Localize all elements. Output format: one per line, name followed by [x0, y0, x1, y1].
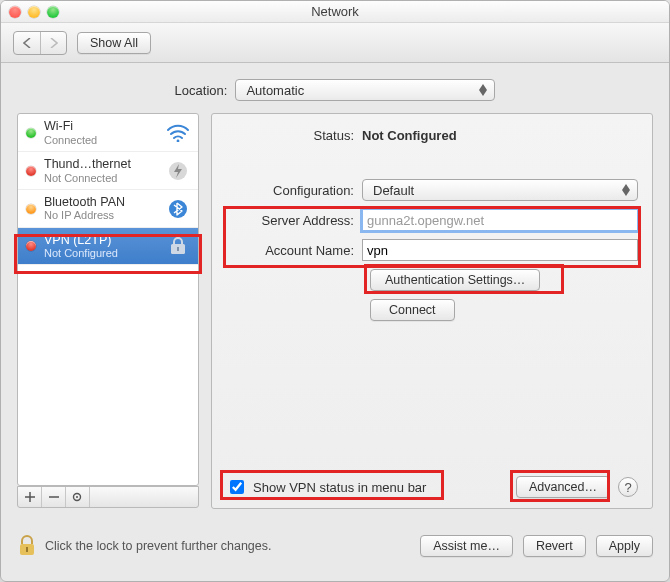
sidebar-item-text: Wi-Fi Connected — [44, 120, 158, 146]
revert-button[interactable]: Revert — [523, 535, 586, 557]
sidebar-item-vpn[interactable]: VPN (L2TP) Not Configured — [18, 228, 198, 266]
lock-icon — [17, 535, 37, 557]
show-vpn-status-checkbox[interactable]: Show VPN status in menu bar — [226, 477, 426, 497]
assist-me-button[interactable]: Assist me… — [420, 535, 513, 557]
connect-button[interactable]: Connect — [370, 299, 455, 321]
sidebar-item-sub: No IP Address — [44, 209, 158, 221]
chevron-right-icon — [49, 38, 58, 48]
sidebar-item-text: Thund…thernet Not Connected — [44, 158, 158, 184]
status-value: Not Configured — [362, 128, 638, 143]
action-buttons: Assist me… Revert Apply — [420, 535, 653, 557]
help-button[interactable]: ? — [618, 477, 638, 497]
lock-text: Click the lock to prevent further change… — [45, 539, 272, 553]
location-label: Location: — [175, 83, 228, 98]
detail-footer: Show VPN status in menu bar Advanced… ? — [226, 476, 638, 498]
account-name-input[interactable] — [362, 239, 638, 261]
thunderbolt-icon — [166, 161, 190, 181]
nav-back-forward — [13, 31, 67, 55]
status-dot-disconnected-icon — [26, 166, 36, 176]
svg-point-0 — [177, 140, 180, 142]
status-dot-noip-icon — [26, 204, 36, 214]
vpn-lock-icon — [166, 236, 190, 256]
gear-icon — [72, 491, 83, 503]
sidebar-item-thunderbolt-ethernet[interactable]: Thund…thernet Not Connected — [18, 152, 198, 190]
svg-point-6 — [76, 496, 78, 498]
account-name-row: Account Name: — [226, 239, 638, 261]
location-popup[interactable]: Automatic — [235, 79, 495, 101]
network-prefpane-window: Network Show All Location: Automatic — [0, 0, 670, 582]
add-service-button[interactable] — [18, 487, 42, 507]
show-vpn-status-label: Show VPN status in menu bar — [253, 480, 426, 495]
close-window-button[interactable] — [9, 6, 21, 18]
remove-service-button[interactable] — [42, 487, 66, 507]
configuration-value: Default — [373, 183, 414, 198]
services-sidebar: Wi-Fi Connected Thund…thernet Not — [17, 113, 199, 486]
titlebar: Network — [1, 1, 669, 23]
svg-point-2 — [169, 200, 187, 218]
show-all-button[interactable]: Show All — [77, 32, 151, 54]
svg-rect-8 — [26, 547, 28, 552]
configuration-label: Configuration: — [226, 183, 362, 198]
service-action-button[interactable] — [66, 487, 90, 507]
sidebar-item-text: VPN (L2TP) Not Configured — [44, 234, 158, 260]
status-row: Status: Not Configured — [226, 128, 638, 143]
traffic-lights — [9, 6, 59, 18]
account-name-label: Account Name: — [226, 243, 362, 258]
minus-icon — [49, 492, 59, 502]
svg-rect-4 — [177, 247, 179, 251]
lock-row[interactable]: Click the lock to prevent further change… — [17, 535, 272, 557]
sidebar-item-name: VPN (L2TP) — [44, 234, 158, 248]
location-row: Location: Automatic — [17, 79, 653, 101]
toolbar: Show All — [1, 23, 669, 63]
zoom-window-button[interactable] — [47, 6, 59, 18]
detail-pane: Status: Not Configured Configuration: De… — [211, 113, 653, 509]
sidebar-item-sub: Not Connected — [44, 172, 158, 184]
bottom-bar: Click the lock to prevent further change… — [1, 521, 669, 571]
sidebar-item-bluetooth-pan[interactable]: Bluetooth PAN No IP Address — [18, 190, 198, 228]
sidebar-item-wifi[interactable]: Wi-Fi Connected — [18, 114, 198, 152]
forward-button[interactable] — [40, 32, 66, 54]
window-title: Network — [1, 4, 669, 19]
updown-arrows-icon — [476, 82, 490, 98]
server-address-row: Server Address: — [226, 209, 638, 231]
chevron-left-icon — [23, 38, 32, 48]
sidebar-item-name: Bluetooth PAN — [44, 196, 158, 210]
sidebar-item-name: Wi-Fi — [44, 120, 158, 134]
content-area: Location: Automatic Wi-Fi — [1, 63, 669, 521]
apply-button[interactable]: Apply — [596, 535, 653, 557]
sidebar-footer — [17, 486, 199, 508]
panel-row: Wi-Fi Connected Thund…thernet Not — [17, 113, 653, 509]
back-button[interactable] — [14, 32, 40, 54]
bluetooth-icon — [166, 199, 190, 219]
sidebar-item-sub: Connected — [44, 134, 158, 146]
server-address-input[interactable] — [362, 209, 638, 231]
authentication-settings-button[interactable]: Authentication Settings… — [370, 269, 540, 291]
status-dot-notconfigured-icon — [26, 241, 36, 251]
sidebar-item-sub: Not Configured — [44, 247, 158, 259]
wifi-icon — [166, 123, 190, 143]
status-label: Status: — [226, 128, 362, 143]
server-address-label: Server Address: — [226, 213, 362, 228]
advanced-button[interactable]: Advanced… — [516, 476, 610, 498]
sidebar-item-name: Thund…thernet — [44, 158, 158, 172]
plus-icon — [25, 492, 35, 502]
minimize-window-button[interactable] — [28, 6, 40, 18]
show-vpn-status-input[interactable] — [230, 480, 244, 494]
updown-arrows-icon — [619, 182, 633, 198]
configuration-popup[interactable]: Default — [362, 179, 638, 201]
location-value: Automatic — [246, 83, 304, 98]
services-list: Wi-Fi Connected Thund…thernet Not — [18, 114, 198, 466]
sidebar-item-text: Bluetooth PAN No IP Address — [44, 196, 158, 222]
status-dot-connected-icon — [26, 128, 36, 138]
configuration-row: Configuration: Default — [226, 179, 638, 201]
